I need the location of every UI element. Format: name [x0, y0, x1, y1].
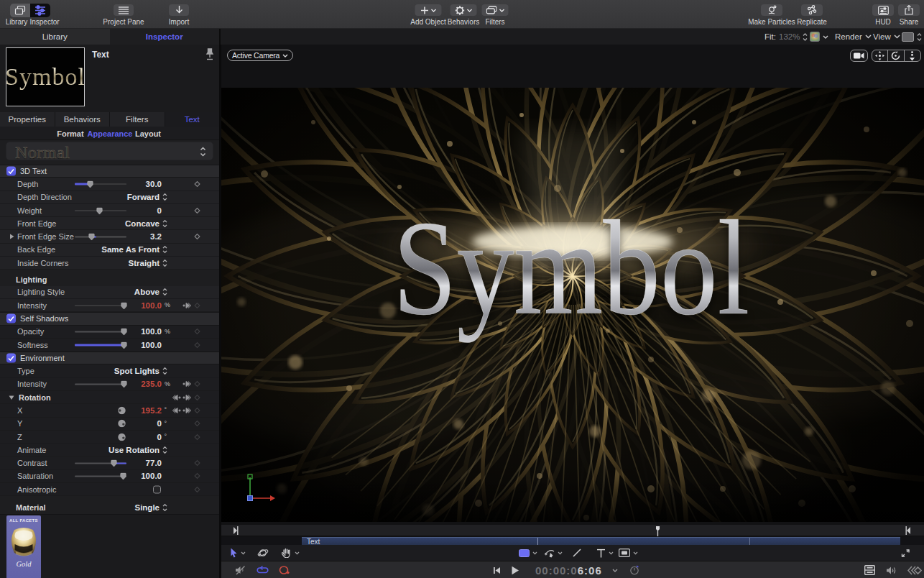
tab-inspector[interactable]: Inspector [110, 29, 220, 45]
keyframe-diamond-icon[interactable] [194, 329, 200, 335]
tab-library[interactable]: Library [0, 29, 110, 45]
checkbox-anisotropic[interactable] [153, 485, 161, 493]
param-value-opacity[interactable]: 100.0 [111, 327, 162, 336]
param-value-contrast[interactable]: 77.0 [111, 459, 162, 467]
camera-view-button[interactable] [850, 50, 868, 62]
timecode-menu[interactable] [612, 561, 618, 578]
expand-timeline-button[interactable] [901, 545, 910, 561]
in-point-marker[interactable] [233, 526, 239, 535]
camera-menu-button[interactable]: Active Camera [227, 50, 293, 61]
stepper-icon[interactable] [162, 219, 167, 227]
render-menu[interactable]: Render [835, 29, 872, 45]
inspector-tab-behaviors[interactable]: Behaviors [55, 112, 111, 127]
popup-value-lighting-style[interactable]: Above [134, 288, 160, 296]
inspector-tab-filters[interactable]: Filters [110, 112, 165, 127]
layout-control[interactable] [902, 29, 922, 45]
checkbox-3d-text[interactable] [6, 167, 16, 176]
keyframe-nav[interactable] [183, 381, 191, 387]
stepper-icon[interactable] [162, 288, 167, 296]
text-layer-bar[interactable]: Text [302, 537, 900, 545]
param-value-front-edge-size[interactable]: 3.2 [111, 232, 162, 241]
timeline-view-button[interactable] [864, 561, 875, 578]
popup-value-animate[interactable]: Use Rotation [108, 446, 160, 454]
param-value-softness[interactable]: 100.0 [111, 341, 162, 349]
inspector-subtab-format[interactable]: Format [57, 127, 83, 140]
loop-button[interactable] [257, 561, 269, 578]
view-menu[interactable]: View [873, 29, 900, 45]
rectangle-tool[interactable] [519, 545, 537, 561]
keyframe-diamond-icon[interactable] [194, 460, 200, 467]
popup-value-depth-direction[interactable]: Forward [127, 193, 160, 201]
inspector-toggle-button[interactable] [30, 4, 50, 17]
keyframe-diamond-icon[interactable] [194, 341, 200, 348]
pan-view-button[interactable] [872, 50, 888, 61]
timecode-mode-button[interactable] [629, 561, 639, 578]
param-value-z[interactable]: 0 [111, 433, 162, 441]
keyframe-diamond-icon[interactable] [194, 434, 200, 440]
import-button[interactable] [169, 4, 189, 16]
inspector-subtab-appearance[interactable]: Appearance [88, 127, 133, 140]
material-tile[interactable]: ALL FACETS Gold [6, 515, 41, 578]
param-value-x[interactable]: 195.2 [111, 406, 162, 415]
paint-stroke-tool[interactable] [572, 545, 582, 561]
keyframe-nav[interactable] [183, 302, 191, 308]
checkbox-self-shadows[interactable] [6, 314, 16, 324]
select-tool[interactable] [230, 545, 246, 561]
orbit-view-button[interactable] [888, 50, 904, 61]
dolly-view-button[interactable] [905, 50, 920, 61]
keyframe-diamond-icon[interactable] [194, 421, 200, 427]
keyframe-diamond-icon[interactable] [194, 381, 200, 387]
timecode-display[interactable]: 00:00:06:06 [535, 564, 602, 577]
keyframe-diamond-icon[interactable] [194, 234, 200, 240]
stepper-icon[interactable] [162, 193, 167, 201]
keyframe-diamond-icon[interactable] [194, 486, 200, 492]
go-to-start-button[interactable] [493, 561, 501, 578]
popup-value-front-edge[interactable]: Concave [125, 219, 160, 228]
param-value-intensity[interactable]: 100.0 [111, 301, 162, 310]
add-object-button[interactable] [415, 4, 442, 16]
share-button[interactable] [898, 4, 920, 16]
stepper-icon[interactable] [162, 246, 167, 254]
keyframe-nav[interactable] [172, 394, 191, 400]
popup-value-material[interactable]: Single [134, 503, 160, 512]
filters-button[interactable] [482, 4, 509, 16]
library-toggle-button[interactable] [10, 4, 30, 17]
param-value-saturation[interactable]: 100.0 [111, 472, 162, 480]
hand-tool[interactable] [282, 545, 300, 561]
text-tool[interactable] [596, 545, 614, 561]
fit-control[interactable]: Fit: 132% [764, 29, 808, 45]
stepper-icon[interactable] [162, 259, 167, 267]
audio-button[interactable] [886, 561, 897, 578]
keyframe-diamond-icon[interactable] [194, 407, 200, 413]
keyframe-nav[interactable] [172, 407, 191, 413]
param-value-depth[interactable]: 30.0 [111, 180, 162, 188]
slider-thumb[interactable] [88, 234, 95, 241]
slider-thumb[interactable] [87, 180, 93, 188]
mute-button[interactable] [235, 561, 247, 578]
playhead-marker[interactable] [655, 526, 661, 536]
keyframe-diamond-icon[interactable] [194, 394, 200, 400]
pin-icon[interactable] [205, 47, 215, 60]
popup-value-back-edge[interactable]: Same As Front [101, 245, 160, 254]
record-button[interactable] [279, 561, 290, 578]
param-value-intensity[interactable]: 235.0 [111, 380, 162, 388]
channels-control[interactable] [810, 29, 828, 45]
behaviors-button[interactable] [451, 4, 477, 16]
slider-thumb[interactable] [96, 207, 103, 214]
bezier-tool[interactable] [545, 545, 563, 561]
popup-value-inside-corners[interactable]: Straight [129, 259, 160, 267]
preset-dropdown[interactable]: Normal [6, 142, 213, 160]
play-button[interactable] [511, 561, 519, 578]
checkbox-environment[interactable] [6, 354, 16, 363]
stepper-icon[interactable] [162, 446, 167, 454]
project-pane-button[interactable] [114, 4, 134, 16]
transform-3d-tool[interactable] [257, 545, 269, 561]
keyframe-diamond-icon[interactable] [194, 180, 200, 187]
keyframe-diamond-icon[interactable] [194, 207, 200, 214]
param-value-y[interactable]: 0 [111, 419, 162, 428]
popup-value-type[interactable]: Spot Lights [114, 367, 160, 375]
replicate-button[interactable] [801, 4, 823, 16]
mini-timeline-scrubber[interactable] [221, 525, 924, 536]
keyframe-diamond-icon[interactable] [194, 473, 200, 480]
hud-button[interactable] [872, 4, 894, 16]
